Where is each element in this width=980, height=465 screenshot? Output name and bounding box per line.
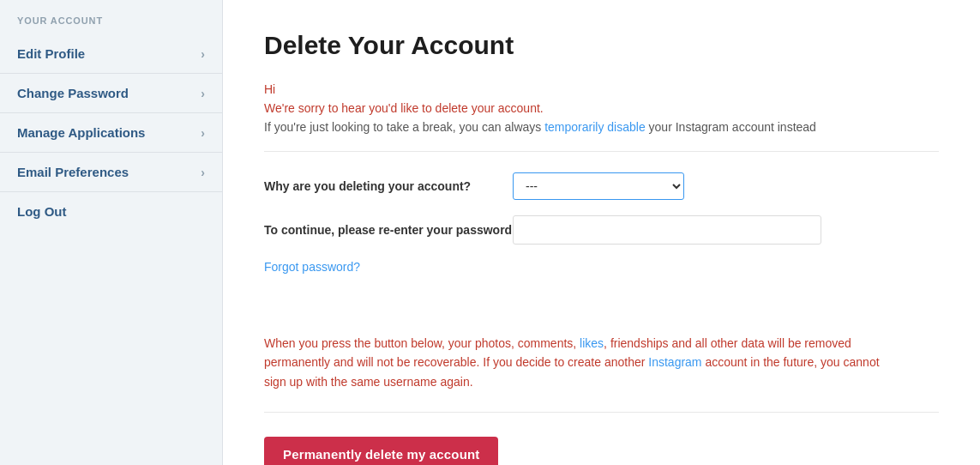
password-row: To continue, please re-enter your passwo… xyxy=(264,215,939,245)
sidebar-item-label: Edit Profile xyxy=(17,46,85,61)
sidebar-item-change-password[interactable]: Change Password › xyxy=(0,74,222,113)
intro-break-suffix: your Instagram account instead xyxy=(646,120,816,134)
forgot-password-link[interactable]: Forgot password? xyxy=(264,260,939,274)
sidebar-item-label: Change Password xyxy=(17,86,129,100)
warning-blue-likes: likes xyxy=(580,336,604,350)
sidebar-item-email-preferences[interactable]: Email Preferences › xyxy=(0,153,222,192)
warning-blue-instagram: Instagram xyxy=(648,355,701,369)
main-content: Delete Your Account Hi We're sorry to he… xyxy=(223,0,980,465)
page-title: Delete Your Account xyxy=(264,31,939,60)
chevron-right-icon: › xyxy=(201,126,205,140)
sidebar-header: YOUR ACCOUNT xyxy=(0,0,222,34)
reason-row: Why are you deleting your account? --- P… xyxy=(264,172,939,200)
sidebar-item-logout[interactable]: Log Out xyxy=(0,192,222,231)
intro-break: If you're just looking to take a break, … xyxy=(264,120,939,134)
intro-break-prefix: If you're just looking to take a break, … xyxy=(264,120,544,134)
reason-select[interactable]: --- Privacy concerns Too busy / too dist… xyxy=(513,172,684,200)
warning-section: When you press the button below, your ph… xyxy=(264,334,939,413)
sidebar-item-label: Manage Applications xyxy=(17,125,145,140)
reason-label: Why are you deleting your account? xyxy=(264,179,513,193)
sidebar-item-edit-profile[interactable]: Edit Profile › xyxy=(0,34,222,74)
sidebar-item-manage-applications[interactable]: Manage Applications › xyxy=(0,113,222,153)
sidebar: YOUR ACCOUNT Edit Profile › Change Passw… xyxy=(0,0,223,465)
chevron-right-icon: › xyxy=(201,87,205,100)
chevron-right-icon: › xyxy=(201,166,205,179)
warning-text: When you press the button below, your ph… xyxy=(264,334,890,391)
intro-hi: Hi xyxy=(264,82,939,96)
sidebar-item-label: Email Preferences xyxy=(17,165,129,179)
password-input[interactable] xyxy=(513,215,821,245)
chevron-right-icon: › xyxy=(201,47,205,61)
password-label: To continue, please re-enter your passwo… xyxy=(264,223,513,237)
sidebar-item-label: Log Out xyxy=(17,204,66,219)
intro-sorry: We're sorry to hear you'd like to delete… xyxy=(264,101,939,115)
form-section: Why are you deleting your account? --- P… xyxy=(264,172,939,315)
temporarily-disable-link[interactable]: temporarily disable xyxy=(544,120,646,134)
delete-account-button[interactable]: Permanently delete my account xyxy=(264,437,498,465)
intro-section: Hi We're sorry to hear you'd like to del… xyxy=(264,82,939,152)
